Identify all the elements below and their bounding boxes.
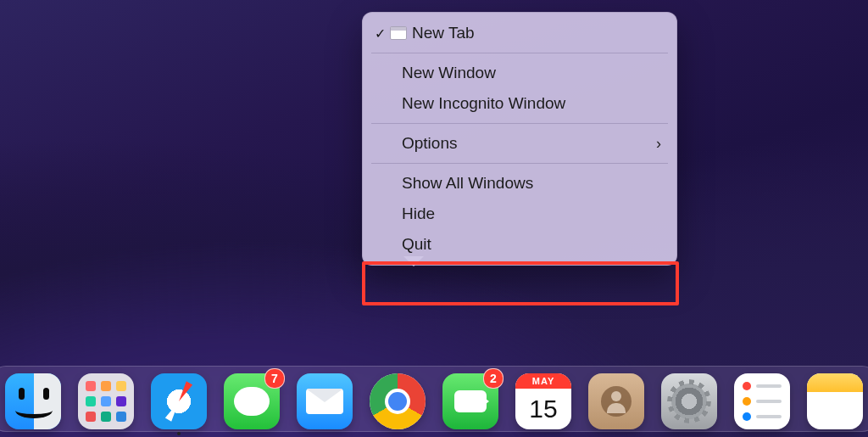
- desktop: ✓ New Tab New Window New Incognito Windo…: [0, 0, 868, 437]
- launchpad-tile-icon: [101, 381, 111, 391]
- menu-item-new-incognito[interactable]: New Incognito Window: [363, 88, 676, 119]
- reminder-row-icon: [743, 382, 782, 390]
- dock-context-menu: ✓ New Tab New Window New Incognito Windo…: [362, 12, 677, 266]
- launchpad-tile-icon: [86, 381, 96, 391]
- launchpad-tile-icon: [101, 412, 111, 422]
- launchpad-tile-icon: [116, 381, 126, 391]
- notification-badge: 7: [264, 368, 285, 389]
- reminder-row-icon: [743, 412, 782, 421]
- menu-item-new-tab[interactable]: ✓ New Tab: [363, 18, 676, 48]
- camera-icon: [454, 390, 487, 412]
- dock-app-facetime[interactable]: 2: [442, 373, 498, 429]
- chevron-right-icon: ›: [656, 135, 661, 153]
- menu-separator: [371, 123, 668, 124]
- dock-app-safari[interactable]: [151, 373, 207, 429]
- menu-separator: [371, 163, 668, 164]
- envelope-icon: [306, 389, 343, 414]
- menu-item-options[interactable]: Options ›: [363, 128, 676, 159]
- menu-label: New Tab: [412, 24, 475, 42]
- menu-item-new-window[interactable]: New Window: [363, 58, 676, 88]
- launchpad-tile-icon: [116, 412, 126, 422]
- finder-eye-icon: [43, 388, 49, 400]
- reminder-row-icon: [743, 397, 782, 406]
- menu-label: Quit: [402, 235, 431, 254]
- launchpad-tile-icon: [116, 396, 126, 406]
- person-icon: [601, 386, 632, 417]
- finder-smile-icon: [15, 402, 53, 418]
- gear-icon: [671, 384, 707, 419]
- finder-eye-icon: [19, 388, 25, 400]
- dock: 7 2 MAY 15: [0, 366, 868, 432]
- menu-label: Hide: [402, 204, 435, 223]
- dock-app-chrome[interactable]: [370, 373, 426, 429]
- menu-item-hide[interactable]: Hide: [363, 199, 676, 229]
- calendar-month: MAY: [515, 373, 571, 389]
- launchpad-tile-icon: [101, 396, 111, 406]
- running-indicator: [177, 432, 181, 435]
- dock-app-reminders[interactable]: [734, 373, 790, 429]
- dock-app-launchpad[interactable]: [78, 373, 134, 429]
- calendar-day: 15: [529, 389, 557, 429]
- menu-item-show-all-windows[interactable]: Show All Windows: [363, 168, 676, 199]
- launchpad-tile-icon: [86, 412, 96, 422]
- dock-app-messages[interactable]: 7: [224, 373, 280, 429]
- speech-bubble-icon: [234, 387, 270, 416]
- notification-badge: 2: [483, 368, 504, 389]
- dock-app-notes[interactable]: [807, 373, 863, 429]
- menu-label: Options: [402, 134, 457, 153]
- window-thumbnail-icon: [390, 26, 407, 40]
- menu-separator: [371, 53, 668, 53]
- notes-header-icon: [807, 373, 863, 392]
- checkmark-icon: ✓: [375, 25, 386, 42]
- launchpad-tile-icon: [86, 396, 96, 406]
- dock-app-settings[interactable]: [661, 373, 717, 429]
- menu-label: New Window: [402, 64, 496, 82]
- menu-label: Show All Windows: [402, 174, 533, 193]
- menu-item-quit[interactable]: Quit: [363, 229, 676, 260]
- dock-app-calendar[interactable]: MAY 15: [515, 373, 571, 429]
- menu-label: New Incognito Window: [402, 94, 565, 113]
- dock-app-finder[interactable]: [5, 373, 61, 429]
- dock-app-contacts[interactable]: [588, 373, 644, 429]
- chrome-core-icon: [388, 392, 407, 411]
- dock-app-mail[interactable]: [297, 373, 353, 429]
